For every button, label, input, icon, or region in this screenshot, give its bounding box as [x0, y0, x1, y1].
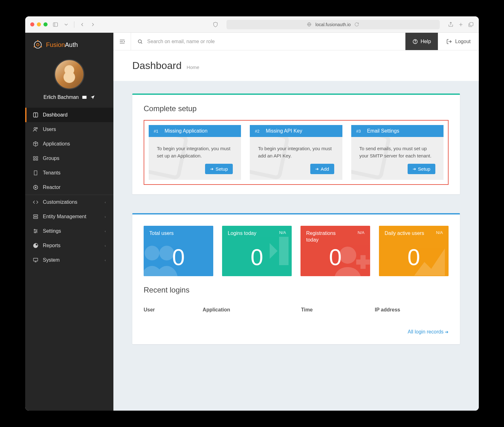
url-text: local.fusionauth.io — [315, 22, 351, 27]
collapse-sidebar-button[interactable] — [113, 33, 131, 50]
svg-rect-19 — [33, 157, 35, 158]
svg-rect-0 — [53, 23, 58, 26]
logout-button[interactable]: Logout — [438, 33, 479, 50]
chevron-down-icon: ‹ — [105, 229, 106, 233]
question-icon — [412, 39, 418, 44]
nav: Dashboard Users Applications Groups Tena… — [25, 108, 113, 267]
chevron-down-icon: ‹ — [105, 200, 106, 204]
setup-card-email: #3Email Settings To send emails, you mus… — [351, 125, 444, 180]
svg-point-18 — [36, 128, 38, 129]
nav-users[interactable]: Users — [25, 122, 113, 137]
breadcrumb[interactable]: Home — [187, 65, 199, 70]
svg-point-17 — [34, 128, 36, 129]
sidebar: FusionAuth Erlich Bachman Dashboard User… — [25, 33, 113, 411]
url-bar[interactable]: local.fusionauth.io — [226, 20, 440, 29]
setup-panel: Complete setup #1Missing Application To … — [132, 94, 460, 194]
search-bar — [131, 33, 405, 50]
svg-line-45 — [141, 42, 142, 43]
id-card-icon[interactable] — [82, 95, 87, 100]
svg-point-12 — [41, 46, 42, 47]
window-controls — [30, 22, 48, 26]
nav-settings[interactable]: Settings‹ — [25, 224, 113, 238]
tab-group-icon[interactable] — [63, 22, 69, 27]
svg-point-37 — [35, 232, 36, 233]
users-icon — [33, 127, 38, 132]
new-tab-icon[interactable] — [458, 22, 464, 27]
forward-icon[interactable] — [90, 22, 96, 27]
stats-panel: Total users 0 Logins todayN/A 0 Registra… — [132, 213, 460, 344]
tabs-icon[interactable] — [468, 22, 474, 27]
svg-rect-8 — [470, 22, 473, 26]
svg-rect-30 — [33, 215, 38, 216]
avatar[interactable] — [54, 59, 84, 89]
building-icon — [33, 170, 38, 176]
nav-applications[interactable]: Applications — [25, 137, 113, 151]
groups-icon — [33, 156, 38, 161]
svg-point-36 — [36, 231, 37, 232]
reactor-icon — [33, 185, 38, 190]
recent-heading: Recent logins — [144, 286, 449, 294]
pie-chart-icon — [33, 243, 38, 248]
share-icon[interactable] — [448, 22, 454, 27]
svg-point-10 — [37, 43, 39, 46]
shield-icon[interactable] — [213, 22, 218, 27]
page-title: Dashboard — [132, 60, 182, 71]
svg-point-13 — [34, 46, 35, 47]
close-window-icon[interactable] — [30, 22, 34, 26]
profile: Erlich Bachman — [25, 57, 113, 108]
svg-rect-38 — [33, 258, 38, 261]
all-login-records-link[interactable]: All login records — [144, 329, 449, 335]
help-button[interactable]: Help — [405, 33, 438, 50]
nav-customizations[interactable]: Customizations‹ — [25, 195, 113, 209]
maximize-window-icon[interactable] — [43, 22, 48, 26]
setup-application-button[interactable]: Setup — [205, 164, 233, 174]
setup-email-button[interactable]: Setup — [408, 164, 435, 174]
chevron-down-icon: ‹ — [105, 258, 106, 262]
svg-point-47 — [415, 43, 415, 43]
app-logo: FusionAuth — [25, 33, 113, 57]
sliders-icon — [33, 228, 38, 234]
nav-entity-management[interactable]: Entity Management‹ — [25, 209, 113, 224]
nav-system[interactable]: System‹ — [25, 253, 113, 267]
back-icon[interactable] — [79, 22, 85, 27]
logo-mark-icon — [33, 40, 43, 50]
stat-registrations-today: Registrations todayN/A 0 — [301, 226, 370, 276]
svg-point-29 — [35, 187, 36, 188]
svg-rect-20 — [36, 157, 38, 158]
chevron-down-icon: ‹ — [105, 215, 106, 219]
nav-tenants[interactable]: Tenants — [25, 166, 113, 180]
chevron-down-icon: ‹ — [105, 244, 106, 248]
svg-point-11 — [37, 40, 38, 41]
minimize-window-icon[interactable] — [37, 22, 41, 26]
cube-icon — [33, 141, 38, 147]
logout-icon — [446, 39, 452, 44]
setup-heading: Complete setup — [144, 104, 449, 113]
reload-icon[interactable] — [354, 22, 359, 27]
svg-point-35 — [34, 229, 35, 230]
setup-card-apikey: #2Missing API Key To begin your integrat… — [250, 125, 342, 180]
browser-window: local.fusionauth.io FusionAuth Erlich Ba… — [25, 16, 479, 411]
setup-card-application: #1Missing Application To begin your inte… — [149, 125, 241, 180]
search-input[interactable] — [147, 39, 399, 44]
globe-icon — [307, 22, 312, 27]
profile-name: Erlich Bachman — [43, 94, 95, 100]
titlebar: local.fusionauth.io — [25, 16, 479, 33]
svg-rect-22 — [36, 159, 38, 160]
nav-dashboard[interactable]: Dashboard — [25, 108, 113, 122]
nav-reports[interactable]: Reports‹ — [25, 238, 113, 253]
nav-reactor[interactable]: Reactor — [25, 180, 113, 195]
svg-point-44 — [138, 40, 141, 43]
nav-groups[interactable]: Groups — [25, 151, 113, 166]
topbar: Help Logout — [113, 33, 479, 50]
svg-point-9 — [34, 41, 41, 48]
location-icon[interactable] — [90, 95, 95, 100]
add-apikey-button[interactable]: Add — [310, 164, 334, 174]
svg-rect-14 — [82, 96, 86, 99]
logo-text: FusionAuth — [46, 41, 78, 48]
stat-total-users: Total users 0 — [144, 226, 213, 276]
recent-logins: Recent logins User Application Time IP a… — [144, 286, 449, 335]
sidebar-toggle-icon[interactable] — [53, 22, 58, 27]
stat-daily-active: Daily active usersN/A 0 — [379, 226, 449, 276]
svg-rect-21 — [33, 159, 35, 160]
table-header: User Application Time IP address — [144, 307, 449, 316]
